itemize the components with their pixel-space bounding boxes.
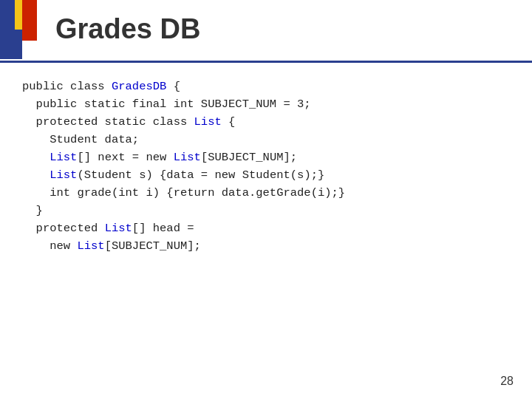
classname-list6: List	[77, 239, 104, 253]
code-line: List[] next = new List[SUBJECT_NUM];	[22, 149, 517, 166]
header-accent	[0, 0, 44, 59]
classname-list2: List	[50, 151, 77, 164]
code-line: protected static class List {	[22, 113, 517, 131]
accent-red	[22, 0, 37, 41]
code-line: public class GradesDB {	[22, 78, 517, 95]
code-line: int grade(int i) {return data.getGrade(i…	[22, 184, 517, 202]
classname-list4: List	[50, 168, 77, 182]
title-area: Grades DB	[55, 13, 200, 45]
classname-list1: List	[194, 115, 222, 129]
slide-title: Grades DB	[55, 13, 200, 44]
classname-list5: List	[105, 222, 132, 235]
page-number: 28	[500, 375, 514, 388]
code-line: List(Student s) {data = new Student(s);}	[22, 166, 517, 184]
code-area: public class GradesDB { public static fi…	[22, 78, 517, 255]
classname-list3: List	[174, 151, 201, 164]
divider-line	[0, 61, 532, 63]
kw: public class	[22, 80, 112, 93]
classname-gradesdb: GradesDB	[112, 80, 166, 93]
brace: {	[166, 80, 180, 93]
code-line: public static final int SUBJECT_NUM = 3;	[22, 95, 517, 113]
code-line: protected List[] head =	[22, 219, 517, 237]
code-line: Student data;	[22, 131, 517, 149]
code-line: }	[22, 202, 517, 219]
code-line: new List[SUBJECT_NUM];	[22, 237, 517, 255]
